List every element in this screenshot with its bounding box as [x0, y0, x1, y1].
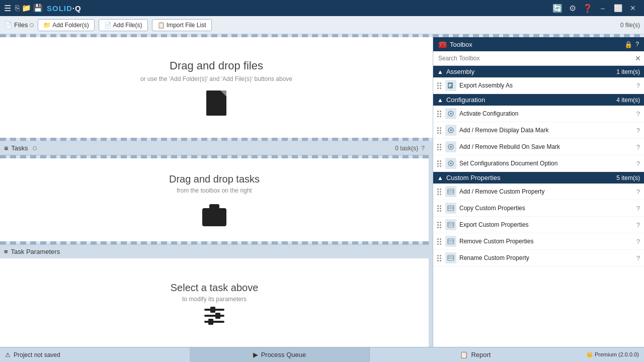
file-count: 0 file(s) — [620, 22, 640, 29]
drag-handle — [437, 238, 441, 245]
customprop-item-count: 5 item(s) — [616, 174, 640, 182]
tasks-section: ≡ Tasks 0 task(s) ? Drag and drop tasks … — [0, 141, 429, 244]
customprop-section-header[interactable]: ▲ Custom Properties 5 item(s) — [433, 172, 644, 184]
tasks-status-dot — [33, 146, 37, 150]
tasks-scrollbar[interactable] — [429, 141, 433, 347]
toolbox-item-export-customprop[interactable]: Export Custom Properties ? — [433, 217, 644, 233]
drag-handle — [437, 189, 441, 195]
export-customprop-icon — [445, 219, 456, 230]
save-icon[interactable]: 💾 — [33, 4, 43, 13]
drag-handle — [437, 255, 441, 261]
lower-left: ≡ Tasks 0 task(s) ? Drag and drop tasks … — [0, 141, 429, 347]
files-drop-subtitle: or use the 'Add Folder(s)' and 'Add File… — [140, 75, 292, 82]
remove-customprop-help[interactable]: ? — [636, 238, 640, 245]
play-icon: ▶ — [253, 351, 258, 358]
svg-point-8 — [450, 162, 452, 164]
toolbox-item-activate-config[interactable]: Activate Configuration ? — [433, 106, 644, 122]
process-queue-label: Process Queue — [261, 351, 306, 358]
activate-config-icon — [445, 108, 456, 119]
main-layout: Drag and drop files or use the 'Add Fold… — [0, 37, 644, 347]
search-input[interactable] — [436, 53, 635, 63]
add-remove-display-help[interactable]: ? — [636, 127, 640, 134]
drag-handle — [437, 222, 441, 228]
app-logo: SOLID·Q — [47, 4, 82, 13]
export-customprop-label: Export Custom Properties — [459, 221, 633, 228]
tasks-icon: ≡ — [4, 144, 8, 152]
customprop-chevron-icon: ▲ — [437, 174, 443, 182]
toolbox-suitcase-icon: 🧰 — [438, 40, 447, 48]
lower-section: ≡ Tasks 0 task(s) ? Drag and drop tasks … — [0, 141, 433, 347]
select-task-title: Select a task above — [171, 282, 259, 294]
svg-rect-12 — [448, 206, 454, 211]
search-close-icon[interactable]: ✕ — [635, 54, 641, 62]
add-remove-display-label: Add / Remove Display Data Mark — [459, 127, 633, 134]
toolbox-item-set-config-doc[interactable]: Set Configurations Document Option ? — [433, 155, 644, 172]
assembly-section-header[interactable]: ▲ Assembly 1 item(s) — [433, 66, 644, 77]
configuration-section-header[interactable]: ▲ Configuration 4 item(s) — [433, 94, 644, 106]
help-icon[interactable]: ❓ — [581, 1, 595, 15]
svg-point-4 — [450, 129, 452, 131]
svg-rect-15 — [448, 222, 454, 227]
add-remove-rebuild-icon — [445, 141, 456, 152]
select-task-subtitle: to modify its parameters — [182, 296, 247, 303]
nav-icons: ⎘ 📁 💾 — [15, 4, 43, 13]
toolbox-title: Toolbox — [450, 41, 472, 48]
rename-customprop-help[interactable]: ? — [636, 254, 640, 262]
copy-customprop-icon — [445, 203, 456, 214]
titlebar: ☰ ⎘ 📁 💾 SOLID·Q 🔄 ⚙ ❓ – ⬜ ✕ — [0, 0, 644, 16]
task-params-title: Task Parameters — [11, 248, 60, 255]
svg-point-6 — [450, 146, 452, 148]
toolbox-item-rename-customprop[interactable]: Rename Custom Property ? — [433, 250, 644, 266]
add-remove-customprop-help[interactable]: ? — [636, 188, 640, 196]
export-assembly-label: Export Assembly As — [459, 82, 633, 89]
tasks-help-icon[interactable]: ? — [421, 145, 425, 152]
tasks-drop-zone[interactable]: Drag and drop tasks from the toolbox on … — [0, 158, 429, 241]
set-config-doc-icon — [445, 158, 456, 169]
content-area: Drag and drop files or use the 'Add Fold… — [0, 37, 433, 347]
set-config-doc-help[interactable]: ? — [636, 160, 640, 167]
tasks-header: ≡ Tasks 0 task(s) ? — [0, 141, 429, 155]
menu-icon[interactable]: ☰ — [4, 4, 11, 13]
toolbox-item-remove-customprop[interactable]: Remove Custom Properties ? — [433, 233, 644, 250]
config-section-label: Configuration — [446, 96, 613, 104]
report-button[interactable]: 📋 Report — [370, 347, 581, 362]
task-params-header: ≡ Task Parameters — [0, 244, 429, 258]
drag-handle — [437, 205, 441, 212]
toolbox-search-bar: ✕ — [433, 51, 644, 66]
add-folder-button[interactable]: 📁 Add Folder(s) — [38, 19, 94, 31]
copy-customprop-help[interactable]: ? — [636, 205, 640, 212]
window-controls: 🔄 ⚙ ❓ – ⬜ ✕ — [550, 1, 640, 15]
close-button[interactable]: ✕ — [626, 1, 640, 15]
files-status-dot — [30, 23, 34, 27]
folder-icon[interactable]: 📁 — [22, 4, 31, 13]
add-remove-rebuild-help[interactable]: ? — [636, 143, 640, 151]
remove-customprop-icon — [445, 236, 456, 247]
files-icon: 📄 — [4, 21, 12, 29]
add-file-button[interactable]: 📄 Add File(s) — [99, 19, 148, 31]
export-customprop-help[interactable]: ? — [636, 221, 640, 229]
premium-text: Premium (2.0.0.0) — [595, 351, 639, 357]
toolbox-item-export-assembly[interactable]: Export Assembly As ? — [433, 77, 644, 94]
lock-icon[interactable]: 🔒 — [624, 41, 632, 48]
drag-handle — [437, 111, 441, 117]
import-file-list-button[interactable]: 📋 Import File List — [152, 19, 212, 31]
restore-button[interactable]: ⬜ — [611, 1, 625, 15]
customprop-section-label: Custom Properties — [446, 174, 613, 182]
export-assembly-help[interactable]: ? — [636, 82, 640, 89]
process-queue-button[interactable]: ▶ Process Queue — [190, 347, 370, 362]
tasks-drop-subtitle: from the toolbox on the right — [177, 187, 252, 194]
assembly-section-label: Assembly — [446, 68, 613, 75]
task-count: 0 task(s) — [395, 145, 418, 152]
activate-config-help[interactable]: ? — [636, 110, 640, 118]
toolbox-item-add-remove-rebuild[interactable]: Add / Remove Rebuild On Save Mark ? — [433, 139, 644, 155]
toolbox-help-icon[interactable]: ? — [635, 41, 639, 48]
toolbox-item-add-remove-display[interactable]: Add / Remove Display Data Mark ? — [433, 122, 644, 139]
settings-icon[interactable]: ⚙ — [566, 1, 580, 15]
back-icon[interactable]: ⎘ — [15, 4, 20, 13]
activate-config-label: Activate Configuration — [459, 110, 633, 117]
toolbox-item-copy-customprop[interactable]: Copy Custom Properties ? — [433, 200, 644, 217]
refresh-icon[interactable]: 🔄 — [550, 1, 565, 15]
files-drop-zone[interactable]: Drag and drop files or use the 'Add Fold… — [0, 37, 433, 138]
minimize-button[interactable]: – — [596, 1, 610, 15]
toolbox-item-add-remove-customprop[interactable]: Add / Remove Custom Property ? — [433, 184, 644, 200]
